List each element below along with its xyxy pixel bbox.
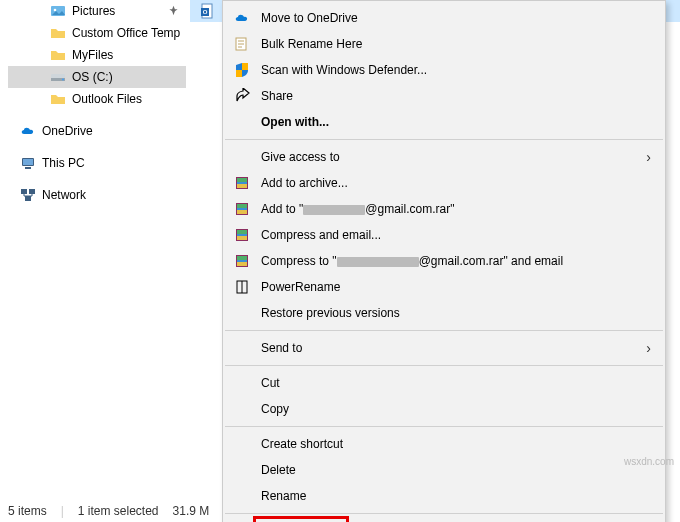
svg-text:O: O bbox=[203, 9, 208, 15]
menu-item-cut[interactable]: Cut bbox=[223, 370, 665, 396]
nav-label: Custom Office Temp bbox=[72, 26, 180, 40]
nav-item-os-c[interactable]: OS (C:) bbox=[8, 66, 186, 88]
network-icon bbox=[20, 187, 36, 203]
nav-section-thispc[interactable]: This PC bbox=[8, 152, 186, 174]
blank-icon bbox=[233, 487, 251, 505]
menu-item-create-shortcut[interactable]: Create shortcut bbox=[223, 431, 665, 457]
menu-label: Create shortcut bbox=[261, 437, 651, 451]
svg-rect-18 bbox=[237, 178, 247, 182]
svg-rect-20 bbox=[237, 184, 247, 188]
menu-label: Move to OneDrive bbox=[261, 11, 651, 25]
menu-label: Compress to "@gmail.com.rar" and email bbox=[261, 254, 651, 268]
context-menu: Move to OneDriveBulk Rename HereScan wit… bbox=[222, 0, 666, 522]
svg-point-1 bbox=[54, 9, 57, 12]
folder-icon bbox=[50, 47, 66, 63]
svg-rect-27 bbox=[237, 234, 247, 236]
power-rename-icon bbox=[233, 278, 251, 296]
menu-item-add-to[interactable]: Add to "@gmail.com.rar" bbox=[223, 196, 665, 222]
svg-rect-16 bbox=[236, 70, 242, 77]
pin-icon bbox=[168, 5, 180, 17]
status-separator: | bbox=[61, 504, 64, 518]
blank-icon bbox=[233, 400, 251, 418]
menu-label: Share bbox=[261, 89, 651, 103]
svg-rect-7 bbox=[25, 167, 31, 169]
nav-label: OneDrive bbox=[42, 124, 93, 138]
menu-separator bbox=[225, 426, 663, 427]
svg-rect-30 bbox=[237, 256, 247, 260]
menu-item-rename[interactable]: Rename bbox=[223, 483, 665, 509]
onedrive-icon bbox=[233, 9, 251, 27]
svg-rect-31 bbox=[237, 260, 247, 262]
menu-item-scan-with-windows-defender[interactable]: Scan with Windows Defender... bbox=[223, 57, 665, 83]
svg-rect-19 bbox=[237, 182, 247, 184]
svg-rect-24 bbox=[237, 210, 247, 214]
nav-item-myfiles[interactable]: MyFiles bbox=[8, 44, 186, 66]
menu-item-share[interactable]: Share bbox=[223, 83, 665, 109]
svg-rect-9 bbox=[29, 189, 35, 194]
redacted-text bbox=[337, 257, 419, 267]
blank-icon bbox=[233, 113, 251, 131]
menu-item-properties[interactable]: Properties bbox=[223, 518, 665, 522]
menu-item-open-with[interactable]: Open with... bbox=[223, 109, 665, 135]
menu-item-compress-to[interactable]: Compress to "@gmail.com.rar" and email bbox=[223, 248, 665, 274]
menu-item-move-to-onedrive[interactable]: Move to OneDrive bbox=[223, 5, 665, 31]
redacted-text bbox=[303, 205, 365, 215]
status-size: 31.9 M bbox=[173, 504, 210, 518]
menu-label: Copy bbox=[261, 402, 651, 416]
rar-icon bbox=[233, 174, 251, 192]
menu-item-powerrename[interactable]: PowerRename bbox=[223, 274, 665, 300]
status-selected: 1 item selected bbox=[78, 504, 159, 518]
chevron-right-icon: › bbox=[646, 149, 651, 165]
nav-item-custom-office[interactable]: Custom Office Temp bbox=[8, 22, 186, 44]
menu-label: Restore previous versions bbox=[261, 306, 651, 320]
share-icon bbox=[233, 87, 251, 105]
svg-rect-32 bbox=[237, 262, 247, 266]
nav-section-network[interactable]: Network bbox=[8, 184, 186, 206]
rename-icon bbox=[233, 35, 251, 53]
nav-label: Pictures bbox=[72, 4, 115, 18]
menu-item-copy[interactable]: Copy bbox=[223, 396, 665, 422]
menu-item-restore-previous-versions[interactable]: Restore previous versions bbox=[223, 300, 665, 326]
pictures-icon bbox=[50, 3, 66, 19]
svg-point-4 bbox=[62, 79, 64, 81]
blank-icon bbox=[233, 461, 251, 479]
nav-item-pictures[interactable]: Pictures bbox=[8, 0, 186, 22]
nav-item-outlook-files[interactable]: Outlook Files bbox=[8, 88, 186, 110]
thispc-icon bbox=[20, 155, 36, 171]
menu-label: Give access to bbox=[261, 150, 646, 164]
menu-item-send-to[interactable]: Send to› bbox=[223, 335, 665, 361]
menu-label: Add to "@gmail.com.rar" bbox=[261, 202, 651, 216]
folder-icon bbox=[50, 91, 66, 107]
menu-label: Add to archive... bbox=[261, 176, 651, 190]
pst-file-icon: O bbox=[200, 3, 216, 19]
onedrive-icon bbox=[20, 123, 36, 139]
menu-label: Delete bbox=[261, 463, 651, 477]
watermark: wsxdn.com bbox=[624, 456, 674, 467]
drive-icon bbox=[50, 69, 66, 85]
svg-rect-10 bbox=[25, 196, 31, 201]
blank-icon bbox=[233, 304, 251, 322]
nav-label: Outlook Files bbox=[72, 92, 142, 106]
status-bar: 5 items | 1 item selected 31.9 M bbox=[8, 502, 209, 520]
menu-separator bbox=[225, 513, 663, 514]
svg-rect-15 bbox=[242, 63, 248, 70]
svg-rect-6 bbox=[23, 159, 33, 165]
menu-item-compress-and-email[interactable]: Compress and email... bbox=[223, 222, 665, 248]
folder-icon bbox=[50, 25, 66, 41]
menu-item-delete[interactable]: Delete bbox=[223, 457, 665, 483]
menu-label: Scan with Windows Defender... bbox=[261, 63, 651, 77]
menu-item-bulk-rename-here[interactable]: Bulk Rename Here bbox=[223, 31, 665, 57]
svg-rect-22 bbox=[237, 204, 247, 208]
nav-label: This PC bbox=[42, 156, 85, 170]
rar-icon bbox=[233, 226, 251, 244]
nav-section-onedrive[interactable]: OneDrive bbox=[8, 120, 186, 142]
rar-icon bbox=[233, 200, 251, 218]
menu-item-give-access-to[interactable]: Give access to› bbox=[223, 144, 665, 170]
blank-icon bbox=[233, 148, 251, 166]
nav-label: Network bbox=[42, 188, 86, 202]
rar-icon bbox=[233, 252, 251, 270]
nav-label: MyFiles bbox=[72, 48, 113, 62]
menu-label: PowerRename bbox=[261, 280, 651, 294]
menu-separator bbox=[225, 330, 663, 331]
menu-item-add-to-archive[interactable]: Add to archive... bbox=[223, 170, 665, 196]
